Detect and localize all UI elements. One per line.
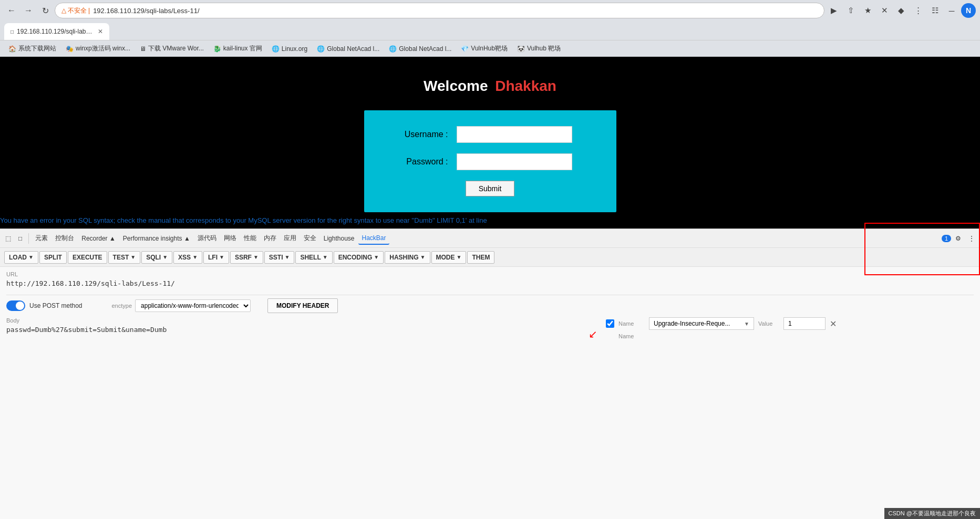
tab-application[interactable]: 应用 (281, 232, 300, 245)
username-row: Username : (385, 126, 595, 143)
body-section: Body ↙ (6, 317, 597, 340)
test-button[interactable]: TEST ▼ (108, 251, 141, 264)
modify-header-button[interactable]: MODIFY HEADER (267, 298, 338, 313)
ssti-button[interactable]: SSTI ▼ (264, 251, 295, 264)
tab-favicon: □ (11, 29, 14, 35)
password-label: Password : (385, 157, 448, 167)
bookmark-icon-5: 🌐 (272, 45, 280, 53)
forward-button[interactable]: → (21, 3, 36, 18)
body-input[interactable] (6, 326, 584, 334)
tab-sources[interactable]: 源代码 (194, 232, 220, 245)
csdn-footer: CSDN @不要温顺地走进那个良夜 (884, 508, 980, 519)
extension-button[interactable]: ◆ (894, 3, 909, 18)
mode-button[interactable]: MODE ▼ (431, 251, 467, 264)
close-tab-button[interactable]: ✕ (877, 3, 892, 18)
cast-button[interactable]: ▶ (827, 3, 841, 18)
arrow-icon: ↙ (589, 328, 597, 340)
tab-recorder[interactable]: Recorder ▲ (78, 233, 119, 244)
toggle-label: Use POST method (29, 302, 82, 309)
bookmark-item-9[interactable]: 🐼 Vulhub 靶场 (513, 43, 565, 54)
lfi-button[interactable]: LFI ▼ (203, 251, 229, 264)
bookmark-item-3[interactable]: 🖥 下载 VMware Wor... (136, 43, 208, 54)
active-tab[interactable]: □ 192.168.110.129/sqli-labs/Less-11/ ✕ (4, 23, 109, 40)
post-method-toggle[interactable]: Use POST method (6, 300, 82, 311)
security-warning: △ 不安全 | (61, 6, 90, 15)
header-value-input[interactable] (783, 317, 826, 330)
test-dropdown-icon: ▼ (130, 254, 136, 260)
bookmark-item-7[interactable]: 🌐 Global NetAcad l... (385, 44, 456, 54)
mode-dropdown-icon: ▼ (457, 254, 462, 260)
hackbar-toolbar: LOAD ▼ SPLIT EXECUTE TEST ▼ SQLI ▼ XSS ▼ (0, 248, 980, 267)
more-button[interactable]: ⋮ (911, 3, 925, 18)
enctype-select[interactable]: application/x-www-form-urlencoded (135, 299, 251, 312)
tab-elements[interactable]: 元素 (32, 232, 51, 245)
page-area: Welcome Dhakkan Username : Password : Su… (0, 57, 980, 519)
tab-console[interactable]: 控制台 (52, 232, 77, 245)
bookmark-button[interactable]: ★ (860, 3, 875, 18)
bookmark-icon-9: 🐼 (517, 45, 525, 53)
split-button[interactable]: SPLIT (39, 251, 67, 264)
body-row: Body ↙ Name Upgrade-Insecure-Reque... ▼ (6, 317, 974, 342)
hashing-dropdown-icon: ▼ (420, 254, 426, 260)
minimize-button[interactable]: ─ (944, 3, 959, 18)
url-input[interactable] (6, 279, 974, 287)
encoding-button[interactable]: ENCODING ▼ (334, 251, 384, 264)
devtools-toolbar: ⬚ □ 元素 控制台 Recorder ▲ Performance insigh… (0, 229, 980, 248)
address-bar[interactable]: △ 不安全 | 192.168.110.129/sqli-labs/Less-1… (55, 3, 824, 18)
bookmark-item-2[interactable]: 🎭 winxp激活码 winx... (61, 43, 135, 54)
load-dropdown-icon: ▼ (28, 254, 34, 260)
tab-network[interactable]: 网络 (221, 232, 240, 245)
username-input[interactable] (457, 126, 572, 143)
header-checkbox-1[interactable] (606, 319, 614, 328)
header-close-button[interactable]: ✕ (830, 319, 837, 329)
password-row: Password : (385, 153, 595, 170)
tab-close-button[interactable]: ✕ (98, 28, 103, 35)
toolbar-separator-1 (28, 233, 29, 244)
bookmark-icon-6: 🌐 (317, 45, 325, 53)
tab-security[interactable]: 安全 (301, 232, 319, 245)
bookmark-icon-4: 🐉 (213, 45, 221, 53)
header-row-2: Name (606, 333, 974, 339)
toggle-thumb (16, 302, 24, 310)
tab-performance[interactable]: 性能 (241, 232, 260, 245)
submit-row: Submit (385, 181, 595, 196)
encoding-dropdown-icon: ▼ (374, 254, 379, 260)
bookmark-item-1[interactable]: 🏠 系统下载网站 (4, 43, 60, 54)
tab-lighthouse[interactable]: Lighthouse (321, 233, 358, 244)
url-section-label: URL (6, 271, 974, 277)
shell-button[interactable]: SHELL ▼ (295, 251, 332, 264)
grid-button[interactable]: ☷ (927, 3, 942, 18)
execute-button[interactable]: EXECUTE (68, 251, 107, 264)
header-name-input[interactable]: Upgrade-Insecure-Reque... ▼ (649, 317, 754, 330)
tab-performance-insights[interactable]: Performance insights ▲ (120, 233, 193, 244)
bookmark-item-4[interactable]: 🐉 kail-linux 官网 (209, 43, 266, 54)
device-mode-button[interactable]: □ (15, 233, 25, 244)
tab-title: 192.168.110.129/sqli-labs/Less-11/ (17, 28, 95, 35)
hashing-button[interactable]: HASHING ▼ (385, 251, 430, 264)
xss-button[interactable]: XSS ▼ (173, 251, 202, 264)
them-button[interactable]: THEM (467, 251, 494, 264)
tab-hackbar[interactable]: HackBar (358, 232, 389, 245)
header-name-dropdown-icon: ▼ (744, 321, 749, 327)
share-button[interactable]: ⇧ (843, 3, 858, 18)
bookmark-item-8[interactable]: 💎 VulnHub靶场 (457, 43, 512, 54)
body-label: Body (6, 317, 597, 324)
ssrf-button[interactable]: SSRF ▼ (230, 251, 263, 264)
submit-button[interactable]: Submit (466, 181, 515, 196)
page-header: Welcome Dhakkan (0, 57, 980, 110)
bookmark-item-5[interactable]: 🌐 Linux.org (267, 44, 312, 54)
bookmark-item-6[interactable]: 🌐 Global NetAcad l... (313, 44, 384, 54)
main-page: Welcome Dhakkan Username : Password : Su… (0, 57, 980, 229)
enctype-label: enctype (112, 303, 132, 309)
tab-memory[interactable]: 内存 (261, 232, 280, 245)
reload-button[interactable]: ↻ (38, 3, 53, 18)
password-input[interactable] (457, 153, 572, 170)
sqli-button[interactable]: SQLI ▼ (141, 251, 172, 264)
ssti-dropdown-icon: ▼ (285, 254, 290, 260)
back-button[interactable]: ← (4, 3, 19, 18)
profile-avatar[interactable]: N (961, 3, 976, 18)
inspect-element-button[interactable]: ⬚ (2, 233, 14, 244)
browser-chrome: ← → ↻ △ 不安全 | 192.168.110.129/sqli-labs/… (0, 0, 980, 57)
hackbar-content: URL Use POST method enctype application/… (0, 267, 980, 519)
load-button[interactable]: LOAD ▼ (4, 251, 38, 264)
